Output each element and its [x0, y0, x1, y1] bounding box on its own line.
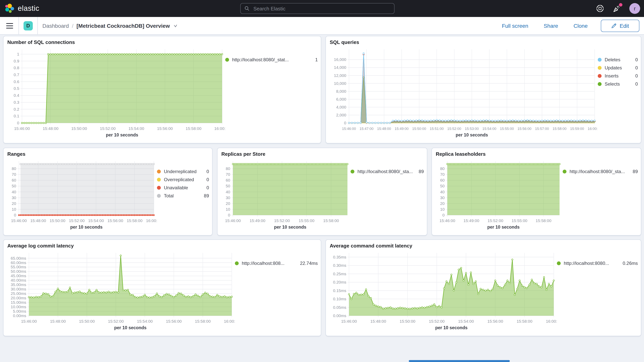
- svg-text:15:51:00: 15:51:00: [430, 127, 444, 131]
- svg-text:15:58:00: 15:58:00: [186, 126, 202, 131]
- legend-item[interactable]: Unavailable0: [157, 184, 209, 192]
- svg-text:15:52:00: 15:52:00: [108, 319, 124, 324]
- full-screen-button[interactable]: Full screen: [500, 22, 531, 29]
- legend-label: Total: [164, 193, 174, 198]
- chevron-down-icon[interactable]: [173, 23, 178, 28]
- legend-dot-icon: [157, 186, 161, 190]
- svg-text:0.1: 0.1: [14, 114, 19, 118]
- share-button[interactable]: Share: [542, 22, 560, 29]
- whats-new-button[interactable]: [612, 4, 622, 13]
- svg-text:15:50:00: 15:50:00: [50, 218, 65, 223]
- legend-label: Unavailable: [164, 185, 188, 190]
- global-search[interactable]: [240, 3, 394, 14]
- legend-item[interactable]: Overreplicated0: [157, 176, 209, 184]
- svg-text:0.00ms: 0.00ms: [333, 314, 346, 318]
- svg-text:20: 20: [440, 201, 445, 206]
- svg-text:0.9: 0.9: [14, 59, 19, 63]
- svg-text:15:56:00: 15:56:00: [157, 126, 173, 131]
- legend-dot-icon: [598, 66, 602, 70]
- legend-label: http://localhost:8080/_sta...: [570, 169, 625, 174]
- svg-text:16:00:00: 16:00:00: [588, 127, 598, 131]
- legend-value: 0: [632, 81, 638, 86]
- legend-value: 0: [632, 65, 638, 70]
- svg-text:5.00ms: 5.00ms: [13, 309, 26, 314]
- svg-text:0.25ms: 0.25ms: [333, 272, 346, 276]
- panel-title: SQL queries: [329, 39, 638, 46]
- svg-text:10.00ms: 10.00ms: [10, 304, 26, 309]
- search-input[interactable]: [252, 5, 390, 12]
- legend-value: 0: [632, 73, 638, 78]
- legend-label: Deletes: [605, 57, 620, 62]
- legend-item[interactable]: Updates0: [598, 64, 638, 72]
- svg-text:16:00:00: 16:00:00: [224, 319, 235, 324]
- svg-text:30.00ms: 30.00ms: [10, 287, 26, 291]
- panel-title: Average log commit latency: [6, 243, 318, 249]
- svg-text:15:58:00: 15:58:00: [195, 319, 211, 324]
- svg-text:15:58:00: 15:58:00: [536, 218, 552, 223]
- legend-dot-icon: [225, 58, 229, 62]
- legend-item[interactable]: http://localhost:8080/_stat...1: [225, 56, 318, 64]
- svg-text:55.00ms: 55.00ms: [10, 265, 26, 269]
- legend-dot-icon: [235, 261, 239, 265]
- svg-text:15:46:00: 15:46:00: [14, 126, 30, 131]
- edit-button[interactable]: Edit: [601, 20, 639, 32]
- replicas-per-store-chart: 8070605040302010015:46:0015:49:0015:52:0…: [220, 157, 350, 232]
- elastic-logo[interactable]: elastic: [0, 4, 74, 14]
- legend-item[interactable]: Underreplicated0: [157, 167, 209, 176]
- toolbar-actions: Full screen Share Clone Edit: [500, 20, 644, 32]
- svg-text:15:48:00: 15:48:00: [377, 127, 391, 131]
- legend-item[interactable]: Deletes0: [598, 56, 638, 64]
- horizontal-scrollbar[interactable]: [409, 360, 510, 362]
- svg-text:per 10 seconds: per 10 seconds: [435, 325, 468, 330]
- svg-text:40: 40: [12, 190, 16, 194]
- chart-legend: http://localhost:8080/_sta...89: [563, 157, 638, 232]
- svg-text:0.4: 0.4: [14, 93, 20, 98]
- legend-item[interactable]: http://localhost:8080/_sta...89: [350, 167, 424, 176]
- notification-dot: [619, 3, 622, 6]
- breadcrumb-dashboard-link[interactable]: Dashboard: [42, 22, 69, 29]
- legend-item[interactable]: Inserts0: [598, 72, 638, 80]
- legend-item[interactable]: http://localhost:808...22.74ms: [235, 259, 318, 267]
- svg-text:0: 0: [344, 121, 346, 125]
- legend-dot-icon: [598, 74, 602, 78]
- svg-text:15:46:00: 15:46:00: [21, 319, 37, 324]
- panel-title: Average command commit latency: [329, 243, 638, 249]
- legend-dot-icon: [350, 170, 354, 173]
- svg-text:15:46:00: 15:46:00: [440, 218, 455, 223]
- legend-label: http://localhost:8080/_stat...: [232, 57, 289, 62]
- svg-text:65.00ms: 65.00ms: [10, 256, 26, 260]
- legend-value: 0.26ms: [619, 260, 638, 266]
- legend-item[interactable]: Selects0: [598, 80, 638, 88]
- svg-text:15:52:00: 15:52:00: [447, 127, 461, 131]
- svg-text:50.00ms: 50.00ms: [10, 269, 26, 274]
- legend-dot-icon: [157, 194, 161, 198]
- legend-value: 89: [629, 169, 638, 174]
- legend-item[interactable]: Total89: [157, 192, 209, 200]
- svg-text:70: 70: [12, 172, 16, 176]
- svg-text:15:54:00: 15:54:00: [137, 319, 153, 324]
- legend-value: 0: [203, 169, 209, 174]
- legend-item[interactable]: http://localhost:8080...0.26ms: [557, 259, 638, 267]
- svg-text:15:56:00: 15:56:00: [108, 218, 123, 223]
- svg-text:25.00ms: 25.00ms: [10, 291, 26, 296]
- svg-text:80: 80: [226, 166, 230, 171]
- svg-text:20.00ms: 20.00ms: [10, 296, 26, 300]
- legend-dot-icon: [598, 82, 602, 86]
- legend-item[interactable]: http://localhost:8080/_sta...89: [563, 167, 638, 176]
- legend-label: Selects: [605, 81, 620, 86]
- svg-text:0.35ms: 0.35ms: [333, 255, 346, 259]
- svg-text:20: 20: [226, 201, 230, 206]
- menu-button[interactable]: [6, 23, 13, 28]
- svg-text:35.00ms: 35.00ms: [10, 282, 26, 287]
- legend-label: Updates: [605, 65, 622, 70]
- svg-text:0.5: 0.5: [14, 86, 19, 90]
- user-avatar[interactable]: r: [629, 3, 640, 14]
- space-avatar[interactable]: D: [24, 21, 33, 30]
- svg-text:0.7: 0.7: [14, 72, 19, 77]
- help-button[interactable]: [596, 4, 605, 13]
- breadcrumb: Dashboard / [Metricbeat CockroachDB] Ove…: [42, 22, 178, 29]
- clone-button[interactable]: Clone: [571, 22, 590, 29]
- chart-legend: http://localhost:8080/_sta...89: [350, 157, 424, 232]
- svg-text:70: 70: [226, 172, 230, 176]
- legend-value: 0: [203, 177, 209, 182]
